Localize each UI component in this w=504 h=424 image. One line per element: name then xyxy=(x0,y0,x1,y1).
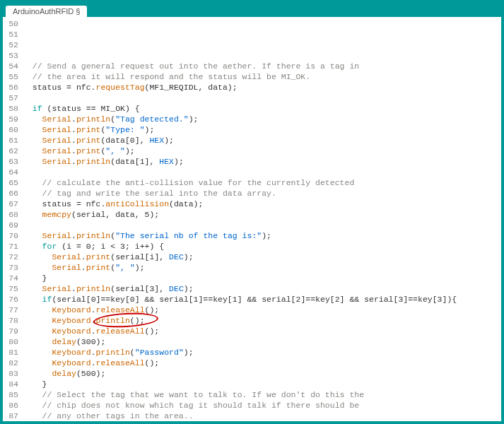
code-line[interactable]: delay(500); xyxy=(23,368,501,379)
line-number: 79 xyxy=(6,326,18,336)
line-number: 58 xyxy=(6,103,18,114)
line-number: 68 xyxy=(6,209,18,220)
line-number: 77 xyxy=(6,305,18,315)
code-line[interactable]: Keyboard.releaseAll(); xyxy=(23,305,501,315)
code-line[interactable]: Keyboard.println("Password"); xyxy=(23,347,501,358)
line-number: 69 xyxy=(6,220,18,230)
code-line[interactable]: } xyxy=(23,273,501,283)
line-number: 51 xyxy=(6,29,18,40)
code-line[interactable]: Serial.print(serial[i], DEC); xyxy=(23,252,501,262)
line-number: 74 xyxy=(6,273,18,283)
tab-file[interactable]: ArduinoAuthRFID § xyxy=(6,6,87,17)
line-number: 87 xyxy=(6,411,18,421)
code-line[interactable]: if (status == MI_OK) { xyxy=(23,103,501,114)
code-line[interactable]: memcpy(serial, data, 5); xyxy=(23,209,501,220)
code-line[interactable]: // calculate the anti-collision value fo… xyxy=(23,177,501,188)
code-line[interactable]: Serial.print(data[0], HEX); xyxy=(23,135,501,146)
code-line[interactable]: // any other tags in the area.. xyxy=(23,411,501,421)
code-line[interactable] xyxy=(23,50,501,61)
code-line[interactable]: status = nfc.requestTag(MF1_REQIDL, data… xyxy=(23,82,501,93)
line-number: 56 xyxy=(6,82,18,93)
line-number: 55 xyxy=(6,71,18,82)
line-number: 71 xyxy=(6,241,18,252)
code-line[interactable]: Serial.println(data[1], HEX); xyxy=(23,156,501,167)
code-line[interactable]: Serial.println("Tag detected."); xyxy=(23,114,501,124)
tab-bar: ArduinoAuthRFID § xyxy=(3,3,501,17)
line-number: 70 xyxy=(6,230,18,241)
editor: 5051525354555657585960616263646566676869… xyxy=(3,17,501,421)
line-number: 63 xyxy=(6,156,18,167)
line-number-gutter: 5051525354555657585960616263646566676869… xyxy=(3,17,23,421)
line-number: 83 xyxy=(6,368,18,379)
line-number: 73 xyxy=(6,262,18,273)
editor-frame: ArduinoAuthRFID § 5051525354555657585960… xyxy=(0,0,504,424)
line-number: 50 xyxy=(6,18,18,29)
code-line[interactable] xyxy=(23,93,501,103)
line-number: 82 xyxy=(6,358,18,368)
code-line[interactable]: Keyboard.releaseAll(); xyxy=(23,358,501,368)
line-number: 61 xyxy=(6,135,18,146)
code-line[interactable]: delay(300); xyxy=(23,336,501,347)
code-line[interactable]: // chip does not know which tag it shoul… xyxy=(23,400,501,411)
code-line[interactable]: status = nfc.antiCollision(data); xyxy=(23,199,501,209)
line-number: 53 xyxy=(6,50,18,61)
line-number: 78 xyxy=(6,315,18,326)
line-number: 52 xyxy=(6,40,18,50)
code-line[interactable]: // Select the tag that we want to talk t… xyxy=(23,389,501,400)
line-number: 86 xyxy=(6,400,18,411)
line-number: 59 xyxy=(6,114,18,124)
line-number: 76 xyxy=(6,294,18,305)
code-line[interactable] xyxy=(23,167,501,177)
code-line[interactable]: // the area it will respond and the stat… xyxy=(23,71,501,82)
line-number: 80 xyxy=(6,336,18,347)
line-number: 75 xyxy=(6,283,18,294)
code-line[interactable]: if(serial[0]==key[0] && serial[1]==key[1… xyxy=(23,294,501,305)
code-line[interactable]: Serial.print(", "); xyxy=(23,262,501,273)
code-line[interactable]: Keyboard.releaseAll(); xyxy=(23,326,501,336)
code-line[interactable]: Keyboard.println(); xyxy=(23,315,501,326)
code-line[interactable]: // tag and write the serial into the dat… xyxy=(23,188,501,199)
line-number: 60 xyxy=(6,124,18,135)
line-number: 62 xyxy=(6,146,18,156)
line-number: 85 xyxy=(6,389,18,400)
code-line[interactable]: Serial.print("Type: "); xyxy=(23,124,501,135)
line-number: 67 xyxy=(6,199,18,209)
code-line[interactable]: Serial.println(serial[3], DEC); xyxy=(23,283,501,294)
code-line[interactable]: } xyxy=(23,379,501,389)
line-number: 84 xyxy=(6,379,18,389)
code-area[interactable]: // Send a general request out into the a… xyxy=(23,17,501,421)
line-number: 66 xyxy=(6,188,18,199)
code-line[interactable]: Serial.println("The serial nb of the tag… xyxy=(23,230,501,241)
code-line[interactable] xyxy=(23,220,501,230)
line-number: 54 xyxy=(6,61,18,71)
code-line[interactable]: // Send a general request out into the a… xyxy=(23,61,501,71)
line-number: 72 xyxy=(6,252,18,262)
line-number: 81 xyxy=(6,347,18,358)
line-number: 65 xyxy=(6,177,18,188)
code-line[interactable]: Serial.print(", "); xyxy=(23,146,501,156)
line-number: 64 xyxy=(6,167,18,177)
line-number: 57 xyxy=(6,93,18,103)
code-line[interactable]: for (i = 0; i < 3; i++) { xyxy=(23,241,501,252)
